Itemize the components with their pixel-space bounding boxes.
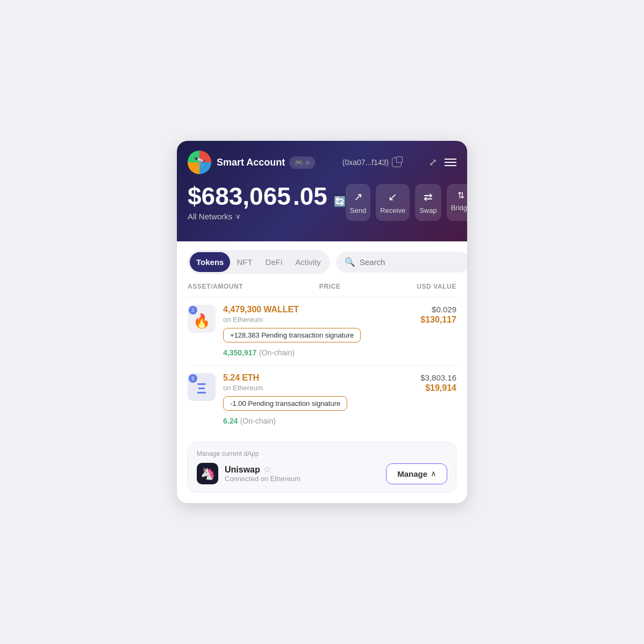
balance-section: $683,065.05 🔄 All Networks ∨ ↗ Send ↙ Re…: [188, 184, 456, 221]
manage-dapp-section: Manage current dApp 🦄 Uniswap ☆ Connecte…: [188, 442, 456, 492]
controller-badge[interactable]: 🎮 >: [289, 156, 315, 169]
manage-dapp-label: Manage current dApp: [197, 450, 447, 457]
favorite-star-icon[interactable]: ☆: [263, 464, 271, 475]
eth-pending-badge: -1.00 Pending transaction signature: [223, 396, 347, 411]
wallet-onchain-amount: 4,350,917: [223, 348, 256, 357]
eth-onchain-label: (On-chain): [240, 417, 276, 425]
manage-dapp-button[interactable]: Manage ∧: [386, 463, 447, 484]
receive-icon: ↙: [388, 190, 397, 203]
app-logo: 🔭: [188, 151, 211, 174]
wallet-usd-value: $130,117: [413, 315, 456, 325]
swap-icon: ⇄: [424, 190, 433, 203]
network-label: All Networks: [188, 212, 232, 221]
account-name: Smart Account: [217, 157, 285, 168]
wallet-asset-right: $0.029 $130,117: [413, 305, 456, 325]
col-asset: ASSET/AMOUNT: [188, 283, 243, 290]
tabs-section: Tokens NFT DeFi Activity 🔍: [177, 241, 467, 283]
chevron-up-icon: ∧: [431, 469, 436, 478]
send-button[interactable]: ↗ Send: [346, 184, 370, 221]
swap-label: Swap: [419, 206, 437, 214]
wallet-price: $0.029: [413, 305, 456, 314]
eth-amount: 5.24: [223, 373, 240, 383]
eth-asset-info: 5.24 ETH on Ethereum -1.00 Pending trans…: [223, 373, 406, 426]
refresh-icon[interactable]: 🔄: [334, 196, 346, 207]
header-top: 🔭 Smart Account 🎮 > (0xa07...f143) ⤢: [188, 151, 456, 174]
eth-token-logo: Ξ Ξ: [188, 373, 216, 401]
bridge-label: Bridge: [451, 204, 467, 212]
bridge-icon: ⇅: [457, 190, 464, 201]
wallet-token-logo: Ξ 🔥: [188, 305, 216, 333]
account-info: 🔭 Smart Account 🎮 >: [188, 151, 315, 174]
send-icon: ↗: [354, 190, 363, 203]
dapp-name-row: Uniswap ☆: [225, 464, 300, 475]
eth-network: on Ethereum: [223, 384, 406, 392]
eth-name-row: 5.24 ETH: [223, 373, 406, 383]
manage-btn-label: Manage: [397, 469, 427, 478]
manage-dapp-row: 🦄 Uniswap ☆ Connected on Ethereum Manage…: [197, 463, 447, 484]
copy-address-icon[interactable]: [392, 158, 402, 167]
dapp-info: 🦄 Uniswap ☆ Connected on Ethereum: [197, 463, 300, 484]
search-box: 🔍: [336, 252, 467, 273]
wallet-amount: 4,479,300: [223, 305, 261, 314]
header: 🔭 Smart Account 🎮 > (0xa07...f143) ⤢: [177, 141, 467, 241]
eth-chain-badge-2: Ξ: [189, 374, 197, 383]
search-input[interactable]: [360, 257, 462, 267]
asset-list: ASSET/AMOUNT PRICE USD VALUE Ξ 🔥 4,479,3…: [177, 283, 467, 433]
wallet-address: (0xa07...f143): [342, 158, 389, 167]
tab-defi[interactable]: DeFi: [259, 252, 289, 272]
eth-asset-right: $3,803.16 $19,914: [413, 373, 456, 393]
expand-icon[interactable]: ⤢: [429, 156, 437, 168]
col-price: PRICE: [319, 283, 341, 290]
eth-usd-value: $19,914: [413, 383, 456, 393]
dapp-name: Uniswap: [225, 465, 260, 475]
uniswap-icon: 🦄: [201, 467, 215, 481]
eth-chain-badge: Ξ: [189, 306, 197, 314]
table-row: Ξ 🔥 4,479,300 WALLET on Ethereum +128,38…: [188, 297, 456, 365]
balance-cents: .05: [293, 184, 327, 209]
wallet-network: on Ethereum: [223, 316, 406, 324]
eth-onchain-amount: 6.24: [223, 417, 238, 425]
wallet-container: 🔭 Smart Account 🎮 > (0xa07...f143) ⤢: [177, 141, 467, 503]
network-chevron-icon: ∨: [235, 212, 241, 220]
swap-button[interactable]: ⇄ Swap: [415, 184, 441, 221]
dapp-text: Uniswap ☆ Connected on Ethereum: [225, 464, 300, 483]
balance-left: $683,065.05 🔄 All Networks ∨: [188, 184, 346, 221]
tabs-bar: Tokens NFT DeFi Activity: [188, 250, 330, 274]
receive-button[interactable]: ↙ Receive: [376, 184, 410, 221]
wallet-asset-info: 4,479,300 WALLET on Ethereum +128,383 Pe…: [223, 305, 406, 357]
dapp-logo: 🦄: [197, 463, 218, 484]
header-actions: ⤢: [429, 156, 456, 168]
address-group: (0xa07...f143): [342, 158, 402, 167]
account-name-group: Smart Account 🎮 >: [217, 156, 315, 169]
controller-arrow: >: [305, 159, 310, 167]
col-value: USD VALUE: [417, 283, 456, 290]
asset-header: ASSET/AMOUNT PRICE USD VALUE: [188, 283, 456, 297]
balance-main: $683,065: [188, 184, 291, 209]
action-buttons: ↗ Send ↙ Receive ⇄ Swap ⇅ Bridge ⊞ dAp: [346, 184, 467, 221]
receive-label: Receive: [380, 206, 405, 214]
wallet-onchain-label: (On-chain): [259, 348, 295, 357]
tab-tokens[interactable]: Tokens: [190, 252, 230, 272]
table-row: Ξ Ξ 5.24 ETH on Ethereum -1.00 Pending t…: [188, 365, 456, 433]
controller-icon: 🎮: [295, 159, 303, 167]
tab-nft[interactable]: NFT: [230, 252, 259, 272]
search-icon: 🔍: [345, 257, 355, 267]
bridge-button[interactable]: ⇅ Bridge: [447, 184, 467, 221]
send-label: Send: [350, 206, 366, 214]
tab-activity[interactable]: Activity: [289, 252, 327, 272]
dapp-connected-text: Connected on Ethereum: [225, 475, 300, 483]
eth-price: $3,803.16: [413, 373, 456, 382]
wallet-name-row: 4,479,300 WALLET: [223, 305, 406, 314]
wallet-symbol: WALLET: [263, 305, 299, 314]
eth-symbol: ETH: [242, 373, 259, 383]
hamburger-menu-icon[interactable]: [445, 159, 456, 166]
wallet-pending-badge: +128,383 Pending transaction signature: [223, 328, 361, 342]
network-selector[interactable]: All Networks ∨: [188, 212, 346, 221]
